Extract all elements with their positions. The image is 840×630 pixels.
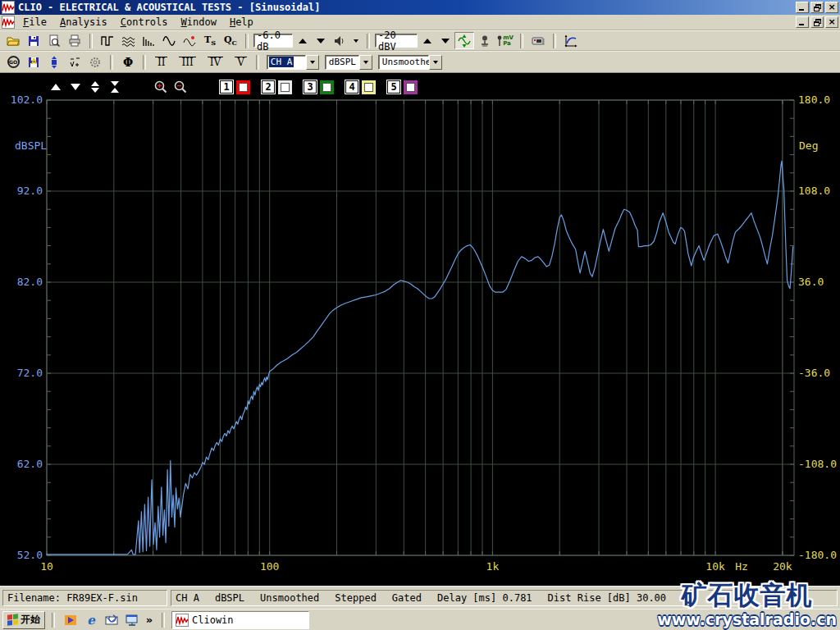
menu-item-help[interactable]: Help bbox=[223, 16, 260, 30]
menu-item-analysis[interactable]: Analysis bbox=[53, 16, 114, 30]
output-level-up-button[interactable] bbox=[294, 33, 311, 48]
set-scale-button[interactable] bbox=[65, 53, 84, 71]
curve-1-color-checkbox[interactable] bbox=[236, 80, 250, 94]
print-preview-button[interactable] bbox=[44, 32, 64, 49]
microphone-toggle-button[interactable] bbox=[475, 32, 495, 49]
frequency-response-plot[interactable]: 102.092.082.072.062.052.0180.0108.036.0-… bbox=[0, 73, 840, 586]
autorange-toggle-button[interactable] bbox=[454, 32, 474, 49]
quality-control-button[interactable]: QC bbox=[221, 32, 240, 49]
curve-3-button[interactable]: 3 bbox=[304, 80, 317, 94]
spectrum-bars-icon bbox=[142, 34, 155, 48]
expand-scale-button[interactable] bbox=[85, 79, 105, 95]
cliowin-task-button[interactable]: Cliowin bbox=[171, 611, 309, 629]
close-button[interactable]: × bbox=[825, 2, 838, 13]
start-button[interactable]: 开始 bbox=[2, 611, 45, 629]
marker-button[interactable] bbox=[85, 53, 105, 71]
graph-controls: 12345 bbox=[0, 77, 418, 97]
zoom-in-button[interactable] bbox=[151, 79, 171, 95]
toolbar-separator bbox=[520, 34, 523, 48]
channel-combo[interactable]: CH A bbox=[267, 55, 319, 70]
square-wave-icon bbox=[101, 34, 114, 48]
svg-text:62.0: 62.0 bbox=[17, 458, 43, 470]
child-minimize-button[interactable] bbox=[796, 16, 809, 28]
outlook-launch-button[interactable] bbox=[103, 611, 121, 629]
child-restore-button[interactable] bbox=[810, 16, 824, 28]
save-file-button[interactable] bbox=[24, 32, 43, 49]
open-file-button[interactable] bbox=[3, 32, 23, 49]
menu-item-window[interactable]: Window bbox=[175, 16, 223, 30]
input-sensitivity-up-button[interactable] bbox=[418, 33, 436, 48]
channel-dropdown-button[interactable] bbox=[306, 55, 319, 70]
unit-dropdown-button[interactable] bbox=[359, 55, 372, 70]
speaker-icon bbox=[333, 34, 346, 48]
quick-launch-more-button[interactable]: » bbox=[144, 611, 155, 629]
media-player-launch-button[interactable] bbox=[62, 611, 80, 629]
mic-probe-icon bbox=[497, 35, 502, 47]
unit-value: dBSPL bbox=[327, 57, 358, 67]
restore-icon bbox=[814, 19, 821, 26]
fft-analysis-button[interactable] bbox=[139, 32, 158, 49]
zoom-out-button[interactable] bbox=[171, 79, 190, 95]
zoom-in-icon bbox=[153, 80, 168, 94]
close-icon: × bbox=[828, 18, 835, 26]
harmonic-ii-button[interactable]: II bbox=[155, 57, 167, 68]
curve-4-color-checkbox[interactable] bbox=[362, 80, 376, 94]
restore-button[interactable] bbox=[810, 2, 824, 13]
document-icon[interactable] bbox=[2, 16, 15, 29]
autosave-button[interactable]: A bbox=[24, 53, 43, 71]
unit-combo[interactable]: dBSPL bbox=[325, 55, 372, 70]
svg-text:Hz: Hz bbox=[735, 560, 748, 573]
menu-item-controls[interactable]: Controls bbox=[114, 16, 175, 30]
autoscale-button[interactable] bbox=[44, 53, 64, 71]
toolbar-separator bbox=[110, 55, 113, 70]
clio-task-icon bbox=[176, 614, 189, 627]
curve-5-color-checkbox[interactable] bbox=[404, 80, 418, 94]
taskbar: 开始 e » Cliowin bbox=[0, 609, 840, 630]
smoothing-dropdown-button[interactable] bbox=[429, 55, 442, 70]
curve-3-color-checkbox[interactable] bbox=[320, 80, 334, 94]
compress-scale-button[interactable] bbox=[105, 79, 125, 95]
qc-box-button[interactable] bbox=[528, 32, 548, 49]
input-sensitivity-field[interactable]: -20 dBV bbox=[375, 34, 418, 48]
print-button[interactable] bbox=[65, 32, 84, 49]
mail-icon bbox=[105, 614, 118, 627]
harmonic-iv-button[interactable]: IV bbox=[208, 57, 223, 68]
status-segment: CH A bbox=[176, 592, 199, 604]
noise-analysis-button[interactable] bbox=[118, 32, 138, 49]
shift-curve-up-button[interactable] bbox=[46, 79, 66, 95]
output-level-down-button[interactable] bbox=[312, 33, 329, 48]
harmonic-v-button[interactable]: V bbox=[235, 57, 247, 68]
curve-2-color-checkbox[interactable] bbox=[278, 80, 292, 94]
waterfall-analysis-button[interactable] bbox=[180, 32, 199, 49]
show-desktop-button[interactable] bbox=[123, 611, 141, 629]
child-close-button[interactable]: × bbox=[825, 16, 838, 28]
mls-analysis-button[interactable] bbox=[98, 32, 117, 49]
output-level-value: -6.0 dB bbox=[257, 30, 290, 52]
down-arrow-icon bbox=[71, 84, 80, 90]
down-arrow-icon bbox=[317, 39, 325, 43]
curve-1-button[interactable]: 1 bbox=[220, 80, 233, 94]
size-graph-button[interactable] bbox=[561, 32, 581, 49]
output-options-dropdown[interactable] bbox=[350, 33, 362, 48]
svg-text:10k: 10k bbox=[705, 560, 725, 573]
qc-label: QC bbox=[224, 34, 237, 47]
output-mute-button[interactable] bbox=[330, 32, 349, 49]
output-level-field[interactable]: -6.0 dB bbox=[253, 34, 293, 48]
phase-display-button[interactable]: Φ bbox=[118, 53, 138, 71]
curve-4-button[interactable]: 4 bbox=[345, 80, 358, 94]
smoothing-combo[interactable]: Unsmoothed bbox=[378, 55, 442, 70]
thiele-small-button[interactable]: TS bbox=[200, 32, 220, 49]
mic-sensitivity-button[interactable]: mVPa bbox=[495, 32, 515, 49]
curve-5-button[interactable]: 5 bbox=[387, 80, 400, 94]
go-measurement-button[interactable]: GO bbox=[3, 53, 23, 71]
sinusoidal-analysis-button[interactable] bbox=[159, 32, 179, 49]
scale-plus-minus-icon bbox=[68, 56, 81, 69]
minimize-button[interactable] bbox=[796, 2, 809, 13]
curve-2-button[interactable]: 2 bbox=[262, 80, 275, 94]
input-sensitivity-down-button[interactable] bbox=[436, 33, 454, 48]
shift-curve-down-button[interactable] bbox=[66, 79, 85, 95]
menu-item-file[interactable]: File bbox=[16, 16, 53, 30]
internet-explorer-launch-button[interactable]: e bbox=[82, 611, 100, 629]
harmonic-buttons: IIIIIIVV bbox=[151, 57, 251, 68]
harmonic-iii-button[interactable]: III bbox=[179, 57, 195, 68]
